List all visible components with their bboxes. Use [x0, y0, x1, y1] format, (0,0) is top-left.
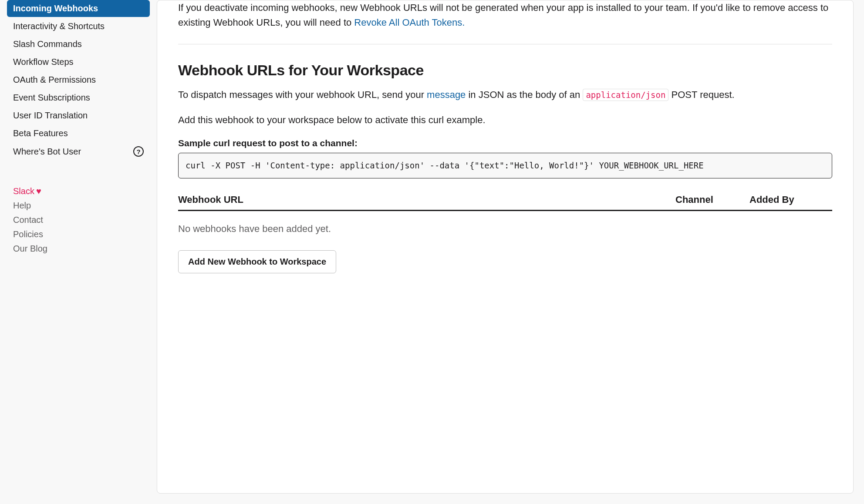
col-webhook-url: Webhook URL: [178, 194, 675, 205]
divider: [178, 44, 832, 44]
sidebar-item-label: Where's Bot User: [13, 147, 81, 157]
intro-text: If you deactivate incoming webhooks, new…: [178, 2, 828, 28]
sidebar-item-interactivity-shortcuts[interactable]: Interactivity & Shortcuts: [7, 18, 150, 35]
footer-link-slack[interactable]: Slack♥: [13, 186, 150, 196]
sidebar-item-beta-features[interactable]: Beta Features: [7, 125, 150, 142]
col-added-by: Added By: [749, 194, 832, 205]
heart-icon: ♥: [36, 186, 41, 196]
dispatch-mid: in JSON as the body of an: [466, 89, 583, 100]
footer-link-help[interactable]: Help: [13, 201, 150, 211]
sidebar-item-label: Interactivity & Shortcuts: [13, 21, 105, 31]
sidebar-item-oauth-permissions[interactable]: OAuth & Permissions: [7, 71, 150, 88]
sidebar-item-workflow-steps[interactable]: Workflow Steps: [7, 54, 150, 71]
revoke-tokens-link[interactable]: Revoke All OAuth Tokens.: [354, 17, 465, 28]
sidebar-item-slash-commands[interactable]: Slash Commands: [7, 36, 150, 53]
sidebar-item-incoming-webhooks[interactable]: Incoming Webhooks: [7, 0, 150, 17]
sidebar-item-label: OAuth & Permissions: [13, 75, 96, 85]
sidebar-item-label: Event Subscriptions: [13, 93, 90, 103]
sidebar: Incoming WebhooksInteractivity & Shortcu…: [0, 0, 157, 504]
sidebar-item-label: User ID Translation: [13, 111, 88, 121]
dispatch-paragraph: To dispatch messages with your webhook U…: [178, 87, 832, 102]
footer-link-our-blog[interactable]: Our Blog: [13, 244, 150, 254]
sidebar-item-label: Beta Features: [13, 128, 68, 138]
sidebar-item-label: Incoming Webhooks: [13, 3, 98, 13]
col-channel: Channel: [675, 194, 749, 205]
section-title: Webhook URLs for Your Workspace: [178, 62, 832, 79]
dispatch-suffix: POST request.: [668, 89, 734, 100]
sidebar-item-event-subscriptions[interactable]: Event Subscriptions: [7, 89, 150, 106]
footer-link-policies[interactable]: Policies: [13, 229, 150, 239]
dispatch-prefix: To dispatch messages with your webhook U…: [178, 89, 427, 100]
message-link[interactable]: message: [427, 89, 466, 100]
add-webhook-button[interactable]: Add New Webhook to Workspace: [178, 250, 336, 273]
activate-text: Add this webhook to your workspace below…: [178, 113, 832, 128]
webhooks-empty-message: No webhooks have been added yet.: [178, 211, 832, 250]
main-content: If you deactivate incoming webhooks, new…: [157, 0, 854, 494]
code-label: Sample curl request to post to a channel…: [178, 138, 832, 148]
intro-paragraph: If you deactivate incoming webhooks, new…: [178, 0, 832, 30]
footer-link-contact[interactable]: Contact: [13, 215, 150, 225]
sidebar-item-label: Workflow Steps: [13, 57, 74, 67]
sidebar-item-where-s-bot-user[interactable]: Where's Bot User?: [7, 143, 150, 160]
sidebar-item-user-id-translation[interactable]: User ID Translation: [7, 107, 150, 124]
webhooks-table-header: Webhook URL Channel Added By: [178, 194, 832, 211]
sidebar-footer: Slack♥HelpContactPoliciesOur Blog: [7, 186, 150, 254]
sidebar-item-label: Slash Commands: [13, 39, 82, 49]
content-type-code: application/json: [583, 89, 668, 101]
curl-code-block: curl -X POST -H 'Content-type: applicati…: [178, 153, 832, 178]
help-icon[interactable]: ?: [133, 146, 144, 157]
